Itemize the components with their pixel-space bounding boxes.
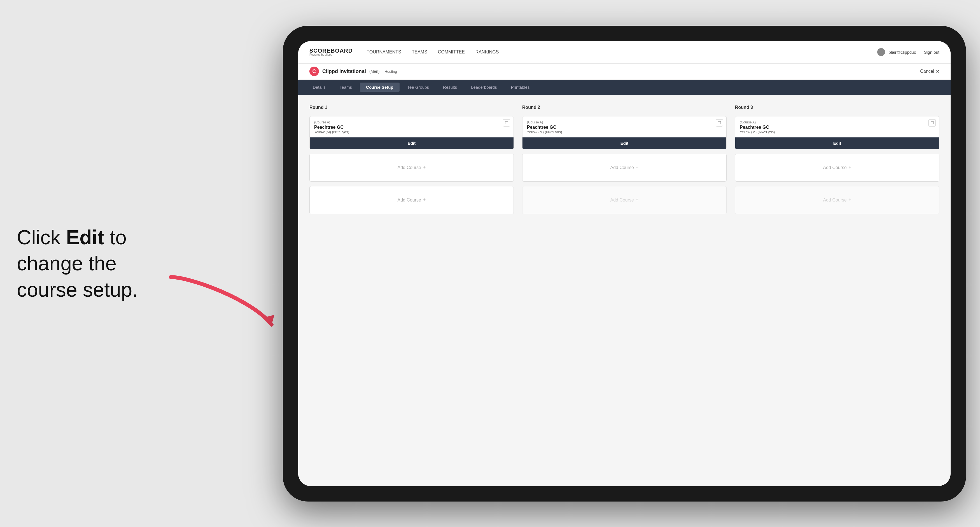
tab-results[interactable]: Results <box>437 83 463 92</box>
round-2-add-course-1-plus-icon: + <box>636 165 639 170</box>
round-3-column: Round 3 ☐ (Course A) Peachtree GC Yellow… <box>735 105 939 214</box>
round-2-add-course-1[interactable]: Add Course + <box>522 154 727 182</box>
round-1-add-course-2[interactable]: Add Course + <box>309 186 514 214</box>
round-3-add-course-1-label: Add Course <box>823 165 847 170</box>
arrow-pointer <box>162 271 280 333</box>
tab-tee-groups[interactable]: Tee Groups <box>401 83 435 92</box>
round-1-add-course-1[interactable]: Add Course + <box>309 154 514 182</box>
round-3-course-card: ☐ (Course A) Peachtree GC Yellow (M) (66… <box>735 116 939 149</box>
round-2-course-card: ☐ (Course A) Peachtree GC Yellow (M) (66… <box>522 116 727 149</box>
logo-main-text: SCOREBOARD <box>309 48 353 54</box>
nav-tournaments[interactable]: TOURNAMENTS <box>366 49 401 55</box>
round-3-add-course-2-plus-icon: + <box>848 197 851 203</box>
round-2-add-course-2-label: Add Course <box>610 198 634 203</box>
round-3-delete-button[interactable]: ☐ <box>929 119 936 127</box>
sign-out-link[interactable]: Sign out <box>924 50 939 55</box>
round-1-course-card: ☐ (Course A) Peachtree GC Yellow (M) (66… <box>309 116 514 149</box>
svg-marker-0 <box>263 315 274 325</box>
main-nav-links: TOURNAMENTS TEAMS COMMITTEE RANKINGS <box>366 49 863 55</box>
round-1-course-label: (Course A) <box>314 121 509 124</box>
tournament-gender: (Men) <box>369 69 380 74</box>
round-2-course-label: (Course A) <box>527 121 722 124</box>
round-2-column: Round 2 ☐ (Course A) Peachtree GC Yellow… <box>522 105 727 214</box>
round-2-add-course-2: Add Course + <box>522 186 727 214</box>
round-2-add-course-1-label: Add Course <box>610 165 634 170</box>
round-1-column: Round 1 ☐ (Course A) Peachtree GC Yellow… <box>309 105 514 214</box>
round-3-course-label: (Course A) <box>740 121 935 124</box>
add-course-1-label: Add Course <box>397 165 421 170</box>
nav-rankings[interactable]: RANKINGS <box>476 49 499 55</box>
tab-teams[interactable]: Teams <box>334 83 358 92</box>
instruction-bold: Edit <box>66 226 104 248</box>
add-course-2-plus-icon: + <box>423 197 426 203</box>
nav-committee[interactable]: COMMITTEE <box>438 49 465 55</box>
round-3-add-course-1-plus-icon: + <box>848 165 851 170</box>
logo-sub-text: Powered by clippd <box>309 54 353 56</box>
round-2-course-details: Yellow (M) (6629 yds) <box>527 130 722 134</box>
add-course-1-plus-icon: + <box>423 165 426 170</box>
round-2-label: Round 2 <box>522 105 727 110</box>
round-1-course-details: Yellow (M) (6629 yds) <box>314 130 509 134</box>
cancel-x-icon: ✕ <box>936 69 939 74</box>
round-2-delete-button[interactable]: ☐ <box>716 119 723 127</box>
tournament-name: Clippd Invitational <box>322 68 366 75</box>
clippd-icon: C <box>309 67 319 76</box>
nav-pipe: | <box>920 50 921 55</box>
main-content: Round 1 ☐ (Course A) Peachtree GC Yellow… <box>298 95 951 486</box>
scoreboard-logo: SCOREBOARD Powered by clippd <box>309 48 353 56</box>
tab-details[interactable]: Details <box>307 83 332 92</box>
round-3-add-course-1[interactable]: Add Course + <box>735 154 939 182</box>
tablet-device: SCOREBOARD Powered by clippd TOURNAMENTS… <box>283 26 966 502</box>
nav-right: blair@clippd.io | Sign out <box>877 48 939 56</box>
tab-printables[interactable]: Printables <box>505 83 536 92</box>
round-2-course-name: Peachtree GC <box>527 125 722 130</box>
round-3-add-course-2: Add Course + <box>735 186 939 214</box>
rounds-grid: Round 1 ☐ (Course A) Peachtree GC Yellow… <box>309 105 939 214</box>
hosting-badge: Hosting <box>385 70 397 74</box>
round-1-delete-button[interactable]: ☐ <box>503 119 510 127</box>
round-3-edit-button[interactable]: Edit <box>735 137 939 149</box>
cancel-label: Cancel <box>920 69 934 74</box>
top-nav: SCOREBOARD Powered by clippd TOURNAMENTS… <box>298 41 951 63</box>
round-3-label: Round 3 <box>735 105 939 110</box>
round-2-edit-button[interactable]: Edit <box>522 137 726 149</box>
tab-course-setup[interactable]: Course Setup <box>360 83 399 92</box>
round-1-edit-button[interactable]: Edit <box>310 137 514 149</box>
round-3-course-details: Yellow (M) (6629 yds) <box>740 130 935 134</box>
round-2-add-course-2-plus-icon: + <box>636 197 639 203</box>
user-avatar <box>877 48 885 56</box>
user-email: blair@clippd.io <box>888 50 916 55</box>
round-3-add-course-2-label: Add Course <box>823 198 847 203</box>
round-3-course-name: Peachtree GC <box>740 125 935 130</box>
cancel-button[interactable]: Cancel ✕ <box>920 69 939 74</box>
nav-teams[interactable]: TEAMS <box>412 49 427 55</box>
round-1-course-name: Peachtree GC <box>314 125 509 130</box>
sub-header-left: C Clippd Invitational (Men) Hosting <box>309 67 397 76</box>
tablet-screen: SCOREBOARD Powered by clippd TOURNAMENTS… <box>298 41 951 486</box>
instruction-block: Click Edit tochange thecourse setup. <box>17 224 138 303</box>
tab-leaderboards[interactable]: Leaderboards <box>465 83 503 92</box>
sub-header: C Clippd Invitational (Men) Hosting Canc… <box>298 63 951 80</box>
round-1-label: Round 1 <box>309 105 514 110</box>
tab-bar: Details Teams Course Setup Tee Groups Re… <box>298 80 951 95</box>
add-course-2-label: Add Course <box>397 198 421 203</box>
